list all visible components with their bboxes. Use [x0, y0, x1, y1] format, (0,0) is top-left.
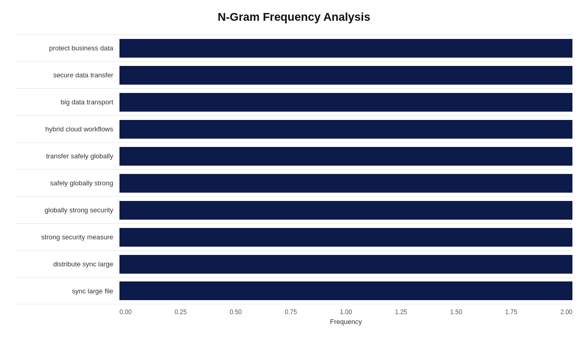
bar-label: big data transport	[16, 98, 119, 106]
bar-label: strong security measure	[16, 233, 119, 241]
x-tick: 0.50	[230, 308, 242, 316]
bar-fill	[119, 255, 572, 274]
chart-title: N-Gram Frequency Analysis	[16, 10, 572, 24]
bar-fill	[119, 201, 572, 220]
x-axis: 0.000.250.500.751.001.251.501.752.00	[119, 308, 572, 316]
bar-row: sync large file	[16, 277, 572, 304]
x-tick: 1.25	[395, 308, 407, 316]
bar-fill	[119, 66, 572, 85]
x-tick: 0.25	[175, 308, 186, 316]
bar-fill	[119, 39, 572, 58]
bar-label: hybrid cloud workflows	[16, 125, 119, 133]
bar-wrapper	[119, 39, 572, 58]
bar-row: hybrid cloud workflows	[16, 115, 572, 142]
bar-fill	[119, 93, 572, 112]
bar-row: safely globally strong	[16, 169, 572, 196]
bar-label: distribute sync large	[16, 260, 119, 268]
x-tick: 1.50	[450, 308, 462, 316]
chart-container: N-Gram Frequency Analysis protect busine…	[0, 0, 588, 364]
x-tick: 1.75	[505, 308, 517, 316]
bar-fill	[119, 281, 572, 300]
bar-wrapper	[119, 281, 572, 300]
bar-label: transfer safely globally	[16, 152, 119, 160]
bar-label: safely globally strong	[16, 179, 119, 187]
bar-wrapper	[119, 255, 572, 274]
bar-label: protect business data	[16, 44, 119, 52]
bar-wrapper	[119, 228, 572, 247]
bar-label: secure data transfer	[16, 71, 119, 79]
bar-label: globally strong security	[16, 206, 119, 214]
bar-row: big data transport	[16, 88, 572, 115]
chart-area: protect business datasecure data transfe…	[16, 34, 572, 304]
bar-row: protect business data	[16, 34, 572, 61]
bar-fill	[119, 147, 572, 166]
x-tick: 2.00	[560, 308, 572, 316]
x-tick: 0.75	[285, 308, 297, 316]
bar-wrapper	[119, 120, 572, 139]
x-tick: 0.00	[119, 308, 131, 316]
bar-wrapper	[119, 201, 572, 220]
bar-row: strong security measure	[16, 223, 572, 250]
bar-wrapper	[119, 93, 572, 112]
x-axis-label: Frequency	[119, 318, 572, 326]
bar-fill	[119, 120, 572, 139]
x-tick: 1.00	[340, 308, 352, 316]
bar-row: secure data transfer	[16, 61, 572, 88]
bar-wrapper	[119, 147, 572, 166]
bar-label: sync large file	[16, 287, 119, 295]
bar-row: globally strong security	[16, 196, 572, 223]
bar-row: distribute sync large	[16, 250, 572, 277]
bar-fill	[119, 228, 572, 247]
bar-row: transfer safely globally	[16, 142, 572, 169]
bar-wrapper	[119, 174, 572, 193]
bar-fill	[119, 174, 572, 193]
bar-wrapper	[119, 66, 572, 85]
x-axis-ticks: 0.000.250.500.751.001.251.501.752.00	[119, 308, 572, 316]
